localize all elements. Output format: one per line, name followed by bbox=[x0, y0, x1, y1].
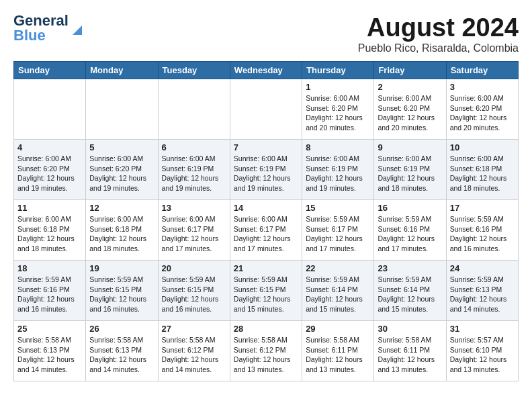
day-info: Sunrise: 5:59 AMSunset: 6:15 PMDaylight:… bbox=[89, 275, 154, 314]
calendar-cell: 22Sunrise: 5:59 AMSunset: 6:14 PMDayligh… bbox=[302, 261, 374, 321]
calendar-cell: 28Sunrise: 5:58 AMSunset: 6:12 PMDayligh… bbox=[230, 321, 302, 381]
calendar-cell: 15Sunrise: 5:59 AMSunset: 6:17 PMDayligh… bbox=[302, 200, 374, 261]
day-number: 17 bbox=[450, 203, 515, 213]
day-info: Sunrise: 5:59 AMSunset: 6:16 PMDaylight:… bbox=[378, 214, 442, 254]
weekday-header-monday: Monday bbox=[86, 62, 158, 79]
day-info: Sunrise: 6:00 AMSunset: 6:20 PMDaylight:… bbox=[17, 154, 82, 193]
calendar-cell: 21Sunrise: 5:59 AMSunset: 6:15 PMDayligh… bbox=[230, 261, 302, 321]
calendar-cell: 14Sunrise: 6:00 AMSunset: 6:17 PMDayligh… bbox=[230, 200, 302, 261]
day-number: 4 bbox=[17, 142, 82, 152]
calendar-cell: 7Sunrise: 6:00 AMSunset: 6:19 PMDaylight… bbox=[230, 140, 302, 200]
calendar-cell: 5Sunrise: 6:00 AMSunset: 6:20 PMDaylight… bbox=[86, 140, 158, 200]
day-info: Sunrise: 5:57 AMSunset: 6:10 PMDaylight:… bbox=[450, 335, 515, 375]
day-info: Sunrise: 6:00 AMSunset: 6:19 PMDaylight:… bbox=[162, 154, 226, 193]
calendar-cell: 13Sunrise: 6:00 AMSunset: 6:17 PMDayligh… bbox=[158, 200, 230, 261]
day-number: 2 bbox=[378, 82, 442, 92]
weekday-header-wednesday: Wednesday bbox=[230, 62, 302, 79]
calendar-cell: 19Sunrise: 5:59 AMSunset: 6:15 PMDayligh… bbox=[86, 261, 158, 321]
day-number: 8 bbox=[306, 142, 370, 152]
day-number: 15 bbox=[306, 203, 370, 213]
day-info: Sunrise: 5:59 AMSunset: 6:16 PMDaylight:… bbox=[450, 214, 515, 254]
day-info: Sunrise: 5:58 AMSunset: 6:11 PMDaylight:… bbox=[378, 335, 442, 375]
day-number: 14 bbox=[234, 203, 298, 213]
day-info: Sunrise: 5:59 AMSunset: 6:14 PMDaylight:… bbox=[306, 275, 370, 314]
day-number: 18 bbox=[17, 263, 82, 273]
calendar-cell: 1Sunrise: 6:00 AMSunset: 6:20 PMDaylight… bbox=[302, 79, 374, 140]
day-number: 26 bbox=[89, 324, 154, 334]
calendar-subtitle: Pueblo Rico, Risaralda, Colombia bbox=[358, 42, 519, 54]
calendar-cell: 31Sunrise: 5:57 AMSunset: 6:10 PMDayligh… bbox=[446, 321, 518, 381]
calendar-cell: 12Sunrise: 6:00 AMSunset: 6:18 PMDayligh… bbox=[86, 200, 158, 261]
calendar-cell: 10Sunrise: 6:00 AMSunset: 6:18 PMDayligh… bbox=[446, 140, 518, 200]
day-number: 21 bbox=[234, 263, 298, 273]
calendar-cell: 18Sunrise: 5:59 AMSunset: 6:16 PMDayligh… bbox=[14, 261, 86, 321]
day-info: Sunrise: 6:00 AMSunset: 6:18 PMDaylight:… bbox=[450, 154, 515, 193]
day-number: 22 bbox=[306, 263, 370, 273]
day-info: Sunrise: 5:59 AMSunset: 6:15 PMDaylight:… bbox=[162, 275, 226, 314]
day-info: Sunrise: 6:00 AMSunset: 6:18 PMDaylight:… bbox=[89, 214, 154, 254]
day-info: Sunrise: 5:59 AMSunset: 6:17 PMDaylight:… bbox=[306, 214, 370, 254]
day-number: 16 bbox=[378, 203, 442, 213]
logo-arrow-icon bbox=[70, 23, 85, 38]
day-info: Sunrise: 6:00 AMSunset: 6:20 PMDaylight:… bbox=[306, 93, 370, 133]
logo-text: GeneralBlue bbox=[13, 13, 69, 43]
weekday-header-friday: Friday bbox=[374, 62, 446, 79]
day-number: 3 bbox=[450, 82, 515, 92]
day-info: Sunrise: 6:00 AMSunset: 6:20 PMDaylight:… bbox=[450, 93, 515, 133]
calendar-cell: 27Sunrise: 5:58 AMSunset: 6:12 PMDayligh… bbox=[158, 321, 230, 381]
day-number: 31 bbox=[450, 324, 515, 334]
weekday-header-tuesday: Tuesday bbox=[158, 62, 230, 79]
calendar-cell: 30Sunrise: 5:58 AMSunset: 6:11 PMDayligh… bbox=[374, 321, 446, 381]
day-number: 27 bbox=[162, 324, 226, 334]
day-info: Sunrise: 5:59 AMSunset: 6:15 PMDaylight:… bbox=[234, 275, 298, 314]
day-info: Sunrise: 5:58 AMSunset: 6:12 PMDaylight:… bbox=[234, 335, 298, 375]
day-number: 28 bbox=[234, 324, 298, 334]
calendar-cell: 23Sunrise: 5:59 AMSunset: 6:14 PMDayligh… bbox=[374, 261, 446, 321]
calendar-cell: 4Sunrise: 6:00 AMSunset: 6:20 PMDaylight… bbox=[14, 140, 86, 200]
day-number: 1 bbox=[306, 82, 370, 92]
calendar-cell: 24Sunrise: 5:59 AMSunset: 6:13 PMDayligh… bbox=[446, 261, 518, 321]
day-info: Sunrise: 6:00 AMSunset: 6:19 PMDaylight:… bbox=[378, 154, 442, 193]
day-number: 23 bbox=[378, 263, 442, 273]
day-number: 19 bbox=[89, 263, 154, 273]
calendar-cell: 3Sunrise: 6:00 AMSunset: 6:20 PMDaylight… bbox=[446, 79, 518, 140]
day-number: 13 bbox=[162, 203, 226, 213]
day-number: 25 bbox=[17, 324, 82, 334]
calendar-cell bbox=[158, 79, 230, 140]
day-info: Sunrise: 5:58 AMSunset: 6:11 PMDaylight:… bbox=[306, 335, 370, 375]
weekday-header-sunday: Sunday bbox=[14, 62, 86, 79]
day-number: 9 bbox=[378, 142, 442, 152]
day-info: Sunrise: 5:58 AMSunset: 6:12 PMDaylight:… bbox=[162, 335, 226, 375]
calendar-cell bbox=[14, 79, 86, 140]
day-number: 10 bbox=[450, 142, 515, 152]
day-info: Sunrise: 6:00 AMSunset: 6:20 PMDaylight:… bbox=[378, 93, 442, 133]
title-section: August 2024 Pueblo Rico, Risaralda, Colo… bbox=[358, 13, 519, 54]
day-info: Sunrise: 5:59 AMSunset: 6:13 PMDaylight:… bbox=[450, 275, 515, 314]
calendar-cell: 26Sunrise: 5:58 AMSunset: 6:13 PMDayligh… bbox=[86, 321, 158, 381]
calendar-cell: 25Sunrise: 5:58 AMSunset: 6:13 PMDayligh… bbox=[14, 321, 86, 381]
day-number: 20 bbox=[162, 263, 226, 273]
calendar-cell: 29Sunrise: 5:58 AMSunset: 6:11 PMDayligh… bbox=[302, 321, 374, 381]
weekday-header-saturday: Saturday bbox=[446, 62, 518, 79]
day-number: 5 bbox=[89, 142, 154, 152]
day-number: 30 bbox=[378, 324, 442, 334]
day-number: 7 bbox=[234, 142, 298, 152]
weekday-header-thursday: Thursday bbox=[302, 62, 374, 79]
day-info: Sunrise: 5:59 AMSunset: 6:14 PMDaylight:… bbox=[378, 275, 442, 314]
day-info: Sunrise: 5:58 AMSunset: 6:13 PMDaylight:… bbox=[17, 335, 82, 375]
day-info: Sunrise: 6:00 AMSunset: 6:17 PMDaylight:… bbox=[234, 214, 298, 254]
day-number: 29 bbox=[306, 324, 370, 334]
svg-marker-0 bbox=[73, 26, 82, 35]
day-info: Sunrise: 5:58 AMSunset: 6:13 PMDaylight:… bbox=[89, 335, 154, 375]
day-info: Sunrise: 6:00 AMSunset: 6:20 PMDaylight:… bbox=[89, 154, 154, 193]
logo: GeneralBlue bbox=[13, 13, 85, 43]
day-info: Sunrise: 6:00 AMSunset: 6:19 PMDaylight:… bbox=[234, 154, 298, 193]
calendar-table: SundayMondayTuesdayWednesdayThursdayFrid… bbox=[13, 61, 519, 381]
day-info: Sunrise: 6:00 AMSunset: 6:18 PMDaylight:… bbox=[17, 214, 82, 254]
calendar-cell: 17Sunrise: 5:59 AMSunset: 6:16 PMDayligh… bbox=[446, 200, 518, 261]
calendar-cell: 11Sunrise: 6:00 AMSunset: 6:18 PMDayligh… bbox=[14, 200, 86, 261]
calendar-cell: 20Sunrise: 5:59 AMSunset: 6:15 PMDayligh… bbox=[158, 261, 230, 321]
calendar-cell: 2Sunrise: 6:00 AMSunset: 6:20 PMDaylight… bbox=[374, 79, 446, 140]
day-info: Sunrise: 5:59 AMSunset: 6:16 PMDaylight:… bbox=[17, 275, 82, 314]
day-info: Sunrise: 6:00 AMSunset: 6:19 PMDaylight:… bbox=[306, 154, 370, 193]
